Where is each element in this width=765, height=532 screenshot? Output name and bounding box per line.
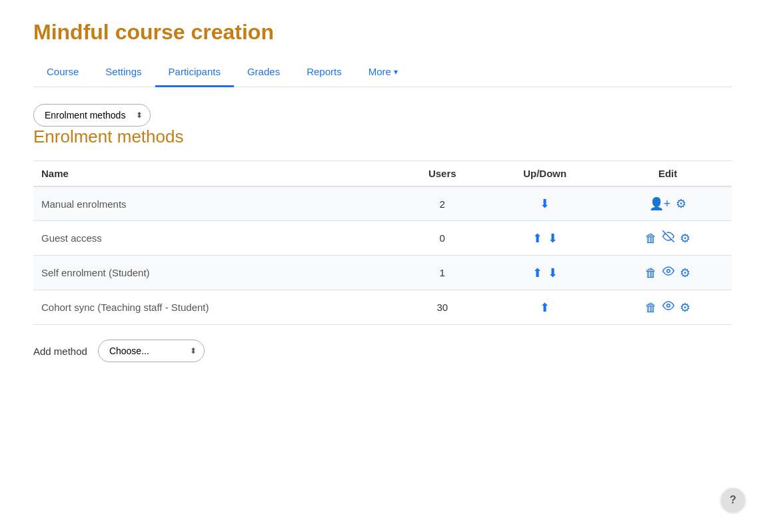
table-row: Cohort sync (Teaching staff - Student) 3… (33, 290, 732, 325)
up-arrow-icon[interactable]: ⬆ (540, 300, 550, 315)
enrolment-table: Name Users Up/Down Edit Manual enrolment… (33, 160, 732, 325)
col-header-edit: Edit (604, 161, 732, 187)
row-edit-manual: 👤+ ⚙ (604, 186, 732, 221)
tab-bar: Course Settings Participants Grades Repo… (33, 58, 732, 87)
tab-course[interactable]: Course (33, 58, 92, 87)
settings-icon[interactable]: ⚙ (680, 231, 690, 246)
row-name-cohort: Cohort sync (Teaching staff - Student) (33, 290, 398, 325)
col-header-updown: Up/Down (486, 161, 604, 187)
row-updown-self: ⬆ ⬇ (486, 256, 604, 290)
add-user-icon[interactable]: 👤+ (649, 196, 671, 211)
page-title: Mindful course creation (33, 20, 732, 45)
row-name-self: Self enrolment (Student) (33, 256, 398, 290)
up-arrow-icon[interactable]: ⬆ (532, 231, 542, 246)
table-header-row: Name Users Up/Down Edit (33, 161, 732, 187)
help-button[interactable]: ? (721, 488, 745, 512)
enrolment-methods-dropdown-wrapper: Enrolment methods (33, 104, 151, 127)
tab-participants[interactable]: Participants (155, 58, 234, 87)
settings-icon[interactable]: ⚙ (676, 196, 686, 211)
delete-icon[interactable]: 🗑 (645, 301, 657, 315)
section-title: Enrolment methods (33, 127, 732, 147)
add-method-row: Add method Choose... (33, 340, 732, 362)
tab-more[interactable]: More ▾ (355, 58, 411, 87)
eye-off-icon[interactable] (662, 230, 674, 242)
eye-icon[interactable] (662, 300, 674, 312)
enrolment-methods-select[interactable]: Enrolment methods (33, 104, 151, 127)
table-row: Self enrolment (Student) 1 ⬆ ⬇ 🗑 ⚙ (33, 256, 732, 290)
add-method-select-wrapper: Choose... (98, 340, 205, 362)
row-users-manual: 2 (398, 186, 486, 221)
page-wrapper: Mindful course creation Course Settings … (0, 0, 765, 532)
settings-icon[interactable]: ⚙ (680, 300, 690, 315)
add-method-select[interactable]: Choose... (98, 340, 205, 362)
row-updown-guest: ⬆ ⬇ (486, 221, 604, 256)
delete-icon[interactable]: 🗑 (645, 266, 657, 280)
tab-grades[interactable]: Grades (234, 58, 293, 87)
row-name-manual: Manual enrolments (33, 186, 398, 221)
down-arrow-icon[interactable]: ⬇ (548, 231, 558, 246)
row-edit-guest: 🗑 ⚙ (604, 221, 732, 256)
row-updown-manual: ⬇ (486, 186, 604, 221)
table-row: Manual enrolments 2 ⬇ 👤+ ⚙ (33, 186, 732, 221)
svg-point-2 (667, 304, 670, 308)
row-edit-self: 🗑 ⚙ (604, 256, 732, 290)
down-arrow-icon[interactable]: ⬇ (548, 266, 558, 280)
row-users-guest: 0 (398, 221, 486, 256)
row-users-cohort: 30 (398, 290, 486, 325)
col-header-users: Users (398, 161, 486, 187)
chevron-down-icon: ▾ (394, 67, 398, 77)
down-arrow-icon[interactable]: ⬇ (540, 196, 550, 211)
row-updown-cohort: ⬆ (486, 290, 604, 325)
add-method-label: Add method (33, 346, 87, 357)
tab-settings[interactable]: Settings (92, 58, 155, 87)
table-row: Guest access 0 ⬆ ⬇ 🗑 ⚙ (33, 221, 732, 256)
svg-point-1 (667, 270, 670, 273)
col-header-name: Name (33, 161, 398, 187)
row-users-self: 1 (398, 256, 486, 290)
up-arrow-icon[interactable]: ⬆ (532, 266, 542, 280)
tab-reports[interactable]: Reports (293, 58, 355, 87)
settings-icon[interactable]: ⚙ (680, 266, 690, 280)
row-edit-cohort: 🗑 ⚙ (604, 290, 732, 325)
eye-icon[interactable] (662, 265, 674, 277)
row-name-guest: Guest access (33, 221, 398, 256)
delete-icon[interactable]: 🗑 (645, 232, 657, 246)
